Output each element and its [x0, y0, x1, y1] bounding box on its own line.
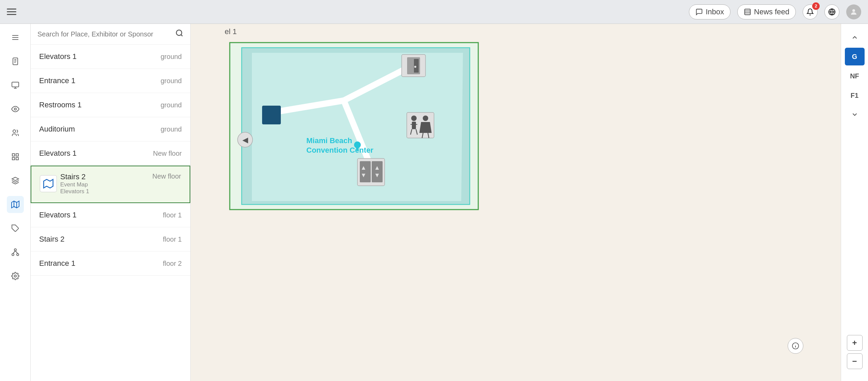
sidebar-item-map[interactable]	[7, 196, 24, 213]
newsfeed-icon	[744, 8, 751, 16]
map-container: ▲ ▼ ▲ ▼ Miami Beach Convention Center ◀	[225, 37, 480, 215]
svg-text:Convention Center: Convention Center	[306, 146, 373, 154]
svg-rect-21	[16, 157, 18, 160]
svg-marker-54	[419, 122, 432, 133]
list-item[interactable]: Entrance 1 floor 2	[31, 252, 190, 276]
selected-item-name: Stairs 2	[60, 172, 89, 181]
list-item[interactable]: Entrance 1 ground	[31, 69, 190, 93]
map-info-button[interactable]	[788, 338, 803, 354]
svg-rect-19	[16, 154, 18, 156]
sidebar-item-people[interactable]	[7, 124, 24, 141]
svg-point-33	[176, 30, 182, 35]
user-avatar[interactable]	[846, 4, 861, 19]
svg-marker-23	[12, 201, 19, 208]
selected-item-sub2: Elevators 1	[60, 188, 89, 195]
sidebar-item-document[interactable]	[7, 53, 24, 70]
svg-marker-22	[12, 177, 19, 181]
inbox-label: Inbox	[706, 7, 724, 16]
svg-text:Miami Beach: Miami Beach	[306, 136, 352, 145]
svg-rect-45	[414, 59, 419, 73]
svg-point-32	[14, 275, 16, 277]
svg-rect-20	[12, 157, 15, 160]
svg-point-5	[852, 9, 855, 12]
list-item[interactable]: Auditorium ground	[31, 117, 190, 141]
svg-text:▼: ▼	[374, 172, 380, 179]
globe-icon	[828, 8, 836, 16]
svg-point-28	[12, 254, 14, 256]
sidebar-item-tag[interactable]	[7, 220, 24, 237]
selected-item-floor: New floor	[152, 172, 181, 180]
svg-line-31	[15, 251, 18, 254]
floor-up-button[interactable]	[846, 29, 863, 46]
sidebar-item-menu[interactable]	[7, 29, 24, 46]
svg-rect-0	[745, 9, 751, 15]
right-panel: G NF F1 + −	[841, 24, 868, 381]
search-icon	[175, 29, 183, 37]
notification-icon	[806, 8, 814, 16]
newsfeed-label: News feed	[754, 7, 789, 16]
notification-badge: 2	[812, 2, 820, 10]
svg-point-53	[423, 116, 428, 121]
svg-point-16	[14, 108, 16, 110]
list-item[interactable]: Elevators 1 floor 1	[31, 203, 190, 227]
map-svg: ▲ ▼ ▲ ▼ Miami Beach Convention Center ◀	[225, 37, 480, 215]
list-item[interactable]: Elevators 1 ground	[31, 45, 190, 69]
svg-point-29	[17, 254, 19, 256]
inbox-button[interactable]: Inbox	[689, 4, 730, 19]
selected-item-sub1: Event Map	[60, 181, 89, 188]
floor-down-button[interactable]	[846, 106, 863, 123]
list-item[interactable]: Elevators 1 New floor	[31, 141, 190, 166]
floor-button-g[interactable]: G	[845, 48, 865, 65]
list-panel: Elevators 1 ground Entrance 1 ground Res…	[31, 24, 191, 381]
map-area[interactable]: el 1	[191, 24, 841, 381]
level-label: el 1	[225, 27, 237, 36]
list-item-selected[interactable]: Stairs 2 Event Map Elevators 1 New floor	[31, 166, 190, 203]
header: Inbox News feed 2	[0, 0, 868, 24]
svg-text:▼: ▼	[360, 172, 367, 179]
list-item[interactable]: Stairs 2 floor 1	[31, 227, 190, 252]
sidebar-item-layers[interactable]	[7, 172, 24, 189]
svg-text:▲: ▲	[374, 164, 380, 171]
search-button[interactable]	[175, 29, 183, 39]
map-thumbnail	[40, 175, 57, 192]
svg-line-30	[13, 251, 15, 254]
newsfeed-button[interactable]: News feed	[737, 4, 796, 19]
svg-point-46	[414, 66, 416, 68]
svg-rect-49	[412, 122, 416, 129]
info-icon	[792, 342, 799, 350]
svg-rect-13	[12, 82, 19, 87]
avatar-icon	[850, 8, 858, 16]
header-right: Inbox News feed 2	[689, 4, 861, 19]
svg-point-27	[14, 249, 16, 251]
hamburger-menu[interactable]	[7, 9, 16, 15]
svg-point-17	[13, 130, 16, 133]
svg-point-48	[411, 116, 417, 121]
sidebar-item-settings[interactable]	[7, 268, 24, 285]
floor-button-f1[interactable]: F1	[845, 87, 865, 104]
header-left	[7, 9, 16, 15]
sidebar-icons	[0, 24, 31, 381]
notification-wrapper: 2	[803, 4, 818, 19]
zoom-out-button[interactable]: −	[847, 353, 863, 369]
search-input[interactable]	[37, 30, 172, 38]
globe-button[interactable]	[824, 4, 839, 19]
svg-rect-42	[262, 106, 281, 124]
sidebar-item-community[interactable]	[7, 244, 24, 261]
svg-rect-18	[12, 154, 15, 156]
map-zoom-controls: + −	[847, 335, 863, 376]
sidebar-item-eye[interactable]	[7, 101, 24, 118]
search-bar	[31, 24, 190, 45]
main-layout: Elevators 1 ground Entrance 1 ground Res…	[0, 24, 868, 381]
zoom-in-button[interactable]: +	[847, 335, 863, 351]
chevron-down-icon	[851, 111, 858, 118]
list-item[interactable]: Restrooms 1 ground	[31, 93, 190, 117]
svg-text:◀: ◀	[242, 136, 248, 144]
sidebar-item-grid[interactable]	[7, 148, 24, 165]
chevron-up-icon	[851, 34, 858, 41]
svg-text:▲: ▲	[360, 164, 367, 171]
list-items: Elevators 1 ground Entrance 1 ground Res…	[31, 45, 190, 381]
inbox-icon	[695, 8, 703, 16]
sidebar-item-monitor[interactable]	[7, 77, 24, 94]
floor-button-nf[interactable]: NF	[845, 67, 865, 85]
svg-line-34	[181, 35, 182, 36]
